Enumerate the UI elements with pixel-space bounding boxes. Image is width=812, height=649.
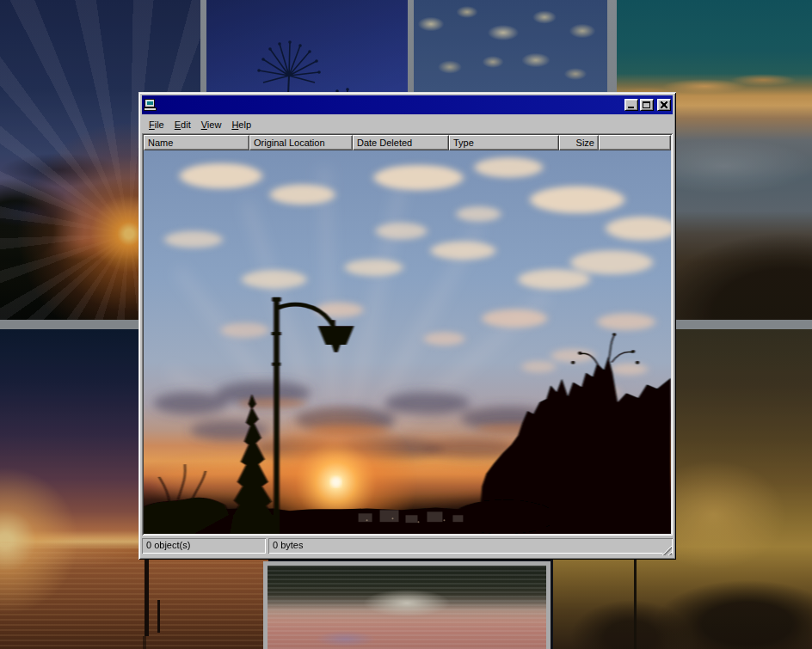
- maximize-button[interactable]: [640, 99, 654, 111]
- file-list-view: Name Original Location Date Deleted Type…: [142, 133, 673, 536]
- column-header-original-location[interactable]: Original Location: [249, 135, 353, 150]
- close-icon: [661, 101, 667, 108]
- titlebar[interactable]: [142, 95, 673, 114]
- column-header-name[interactable]: Name: [144, 135, 249, 150]
- menu-edit[interactable]: Edit: [169, 119, 196, 131]
- base-shape: [144, 107, 157, 111]
- recycle-bin-window: File Edit View Help Name Original Locati…: [138, 92, 676, 560]
- window-controls: [624, 99, 671, 111]
- column-header-type[interactable]: Type: [449, 135, 559, 150]
- menu-bar: File Edit View Help: [142, 114, 673, 133]
- screen-shape: [146, 101, 153, 105]
- file-list-area[interactable]: [144, 150, 671, 534]
- menu-help[interactable]: Help: [226, 119, 256, 131]
- desktop: File Edit View Help Name Original Locati…: [0, 0, 812, 649]
- computer-icon: [144, 99, 157, 112]
- menu-view[interactable]: View: [196, 119, 227, 131]
- column-header-date-deleted[interactable]: Date Deleted: [353, 135, 449, 150]
- column-headers: Name Original Location Date Deleted Type…: [144, 135, 671, 150]
- status-byte-count: 0 bytes: [268, 538, 673, 554]
- menu-file[interactable]: File: [144, 119, 169, 131]
- status-object-count: 0 object(s): [142, 538, 266, 554]
- status-bar: 0 object(s) 0 bytes: [142, 536, 673, 556]
- sunset-lamppost-photo: [144, 150, 671, 534]
- minimize-icon: [628, 107, 634, 108]
- minimize-button[interactable]: [624, 99, 638, 111]
- maximize-icon: [643, 101, 650, 108]
- close-button[interactable]: [657, 99, 671, 111]
- column-header-size[interactable]: Size: [559, 135, 599, 150]
- column-header-filler[interactable]: [599, 135, 671, 150]
